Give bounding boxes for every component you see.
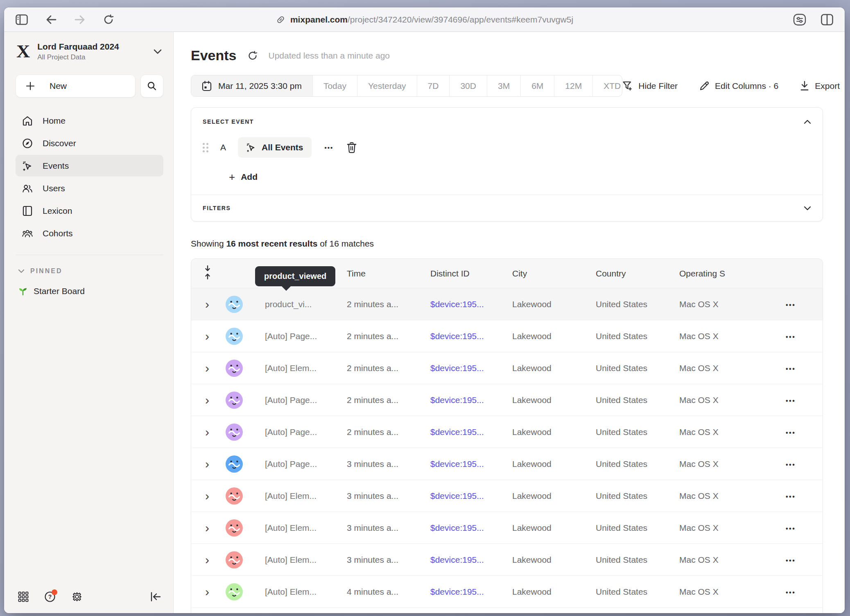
column-header-distinct-id[interactable]: Distinct ID: [430, 269, 512, 279]
table-row[interactable]: › [Auto] Page... 2 minutes a... $device:…: [191, 416, 823, 448]
event-name[interactable]: [Auto] Elem...: [265, 587, 347, 597]
collapse-sidebar-icon[interactable]: [150, 592, 161, 602]
event-name[interactable]: [Auto] Page...: [265, 395, 347, 405]
distinct-id-link[interactable]: $device:195...: [430, 331, 512, 341]
collapse-section-button[interactable]: [804, 120, 811, 124]
table-row[interactable]: › [Auto] Elem... 3 minutes a... $device:…: [191, 480, 823, 512]
row-more-button[interactable]: •••: [786, 461, 796, 468]
export-button[interactable]: Export: [800, 81, 840, 91]
range-30d[interactable]: 30D: [449, 75, 487, 96]
forward-icon[interactable]: [75, 15, 85, 25]
reload-icon[interactable]: [103, 14, 114, 25]
refresh-icon[interactable]: [247, 50, 258, 61]
distinct-id-link[interactable]: $device:195...: [430, 523, 512, 533]
row-expand-chevron[interactable]: ›: [199, 586, 209, 598]
range-today[interactable]: Today: [312, 75, 357, 96]
add-event-button[interactable]: + Add: [229, 172, 258, 182]
row-expand-chevron[interactable]: ›: [199, 458, 209, 470]
sidebar-item-lexicon[interactable]: Lexicon: [16, 200, 163, 222]
distinct-id-link[interactable]: $device:195...: [430, 555, 512, 565]
row-expand-chevron[interactable]: ›: [199, 330, 209, 342]
row-more-button[interactable]: •••: [786, 333, 796, 340]
distinct-id-link[interactable]: $device:195...: [430, 491, 512, 501]
event-name[interactable]: product_vi...: [265, 299, 347, 309]
row-more-button[interactable]: •••: [786, 557, 796, 564]
browser-sidebar-toggle-icon[interactable]: [16, 14, 28, 25]
range-12m[interactable]: 12M: [554, 75, 592, 96]
distinct-id-link[interactable]: $device:195...: [430, 587, 512, 597]
row-more-button[interactable]: •••: [786, 397, 796, 404]
event-more-button[interactable]: •••: [322, 142, 336, 154]
sidebar-item-cohorts[interactable]: Cohorts: [16, 222, 163, 244]
event-name[interactable]: [Auto] Elem...: [265, 363, 347, 373]
table-row[interactable]: › [Auto] Page... 3 minutes a... $device:…: [191, 448, 823, 480]
column-header-os[interactable]: Operating S: [679, 269, 786, 279]
event-name[interactable]: [Auto] Elem...: [265, 491, 347, 501]
column-header-country[interactable]: Country: [596, 269, 679, 279]
range-6m[interactable]: 6M: [520, 75, 554, 96]
distinct-id-link[interactable]: $device:195...: [430, 427, 512, 437]
table-row[interactable]: › [Auto] Elem... 3 minutes a... $device:…: [191, 544, 823, 576]
new-button[interactable]: New: [16, 75, 136, 97]
range-3m[interactable]: 3M: [487, 75, 520, 96]
distinct-id-link[interactable]: $device:195...: [430, 395, 512, 405]
range-yesterday[interactable]: Yesterday: [357, 75, 417, 96]
row-more-button[interactable]: •••: [786, 365, 796, 372]
delete-event-button[interactable]: [346, 142, 357, 153]
all-events-button[interactable]: All Events: [238, 137, 312, 158]
table-row[interactable]: › product_vi... 2 minutes a... $device:1…: [191, 288, 823, 320]
row-expand-chevron[interactable]: ›: [199, 394, 209, 406]
row-expand-chevron[interactable]: ›: [199, 522, 209, 534]
sidebar-item-starter-board[interactable]: Starter Board: [16, 286, 163, 296]
table-row[interactable]: [191, 608, 823, 613]
split-view-icon[interactable]: [821, 14, 833, 25]
page-settings-icon[interactable]: [793, 14, 806, 26]
address-bar[interactable]: mixpanel.com/project/3472420/view/397469…: [276, 7, 573, 32]
row-expand-chevron[interactable]: ›: [199, 298, 209, 310]
drag-handle[interactable]: [203, 143, 208, 152]
table-row[interactable]: › [Auto] Elem... 2 minutes a... $device:…: [191, 352, 823, 384]
column-header-city[interactable]: City: [512, 269, 596, 279]
expand-filters-button[interactable]: [804, 206, 811, 211]
row-more-button[interactable]: •••: [786, 525, 796, 532]
column-header-time[interactable]: Time: [347, 269, 430, 279]
sidebar-item-users[interactable]: Users: [16, 177, 163, 199]
event-name[interactable]: [Auto] Elem...: [265, 523, 347, 533]
range-7d[interactable]: 7D: [417, 75, 450, 96]
row-expand-chevron[interactable]: ›: [199, 426, 209, 438]
project-switcher[interactable]: X Lord Farquaad 2024 All Project Data: [16, 41, 163, 61]
row-more-button[interactable]: •••: [786, 493, 796, 500]
pinned-section-toggle[interactable]: PINNED: [16, 267, 163, 275]
table-row[interactable]: › [Auto] Page... 2 minutes a... $device:…: [191, 320, 823, 352]
sidebar-item-events[interactable]: Events: [16, 155, 163, 177]
table-row[interactable]: › [Auto] Page... 2 minutes a... $device:…: [191, 384, 823, 416]
distinct-id-link[interactable]: $device:195...: [430, 299, 512, 309]
chevron-down-icon: [804, 206, 811, 211]
event-name[interactable]: [Auto] Elem...: [265, 555, 347, 565]
hide-filter-button[interactable]: Hide Filter: [622, 81, 678, 91]
table-row[interactable]: › [Auto] Elem... 4 minutes a... $device:…: [191, 576, 823, 608]
table-row[interactable]: › [Auto] Elem... 3 minutes a... $device:…: [191, 512, 823, 544]
row-expand-chevron[interactable]: ›: [199, 554, 209, 566]
collapse-rows-icon[interactable]: [199, 265, 211, 279]
row-more-button[interactable]: •••: [786, 301, 796, 308]
settings-gear-icon[interactable]: [71, 591, 83, 602]
row-more-button[interactable]: •••: [786, 589, 796, 596]
date-picker[interactable]: Mar 11, 2025 3:30 pm: [191, 75, 312, 96]
row-expand-chevron[interactable]: ›: [199, 490, 209, 502]
search-button[interactable]: [140, 75, 163, 97]
sidebar-item-discover[interactable]: Discover: [16, 132, 163, 154]
sidebar-item-home[interactable]: Home: [16, 110, 163, 131]
event-name[interactable]: [Auto] Page...: [265, 459, 347, 469]
back-icon[interactable]: [46, 15, 57, 25]
apps-grid-icon[interactable]: [18, 591, 29, 602]
range-xtd[interactable]: XTD: [592, 75, 622, 96]
row-expand-chevron[interactable]: ›: [199, 362, 209, 374]
event-name[interactable]: [Auto] Page...: [265, 331, 347, 341]
distinct-id-link[interactable]: $device:195...: [430, 459, 512, 469]
event-name[interactable]: [Auto] Page...: [265, 427, 347, 437]
distinct-id-link[interactable]: $device:195...: [430, 363, 512, 373]
edit-columns-button[interactable]: Edit Columns · 6: [699, 81, 778, 91]
event-city: Lakewood: [512, 427, 596, 437]
row-more-button[interactable]: •••: [786, 429, 796, 436]
